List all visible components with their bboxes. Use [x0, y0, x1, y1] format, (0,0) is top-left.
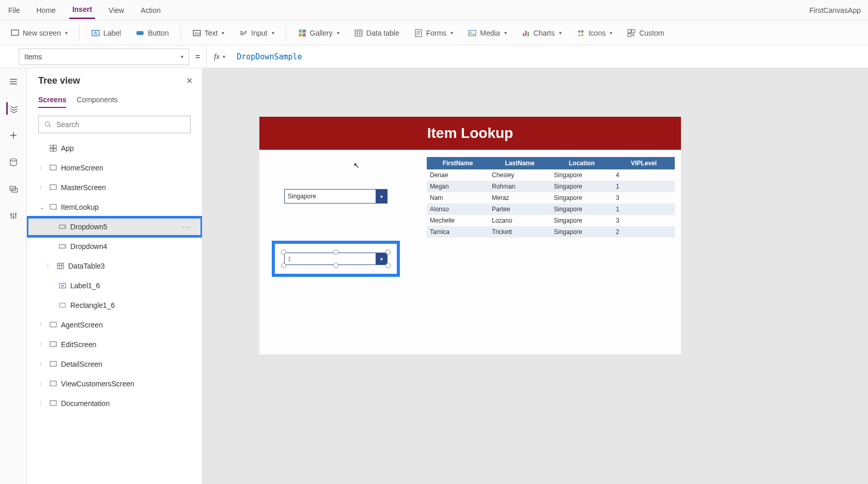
menu-insert[interactable]: Insert	[69, 1, 95, 19]
tree-viewcustomersscreen[interactable]: 〉 ViewCustomersScreen	[27, 374, 202, 394]
tree-rectangle1-6[interactable]: Rectangle1_6	[27, 295, 202, 315]
tree-dropdown4[interactable]: Dropdown4	[27, 237, 202, 256]
col-lastname[interactable]: LastName	[489, 157, 551, 169]
canvas-screen[interactable]: ↖ Item Lookup Singapore ▾ 1 ▾	[259, 117, 681, 354]
canvas-area[interactable]: ↖ Item Lookup Singapore ▾ 1 ▾	[203, 68, 868, 484]
resize-handle[interactable]	[333, 249, 338, 255]
table-row[interactable]: NamMerazSingapore3	[427, 192, 675, 204]
table-cell: Tamica	[427, 226, 489, 238]
resize-handle[interactable]	[385, 263, 391, 268]
tree-homescreen[interactable]: 〉 HomeScreen	[27, 158, 202, 178]
tree-masterscreen[interactable]: 〉 MasterScreen	[27, 178, 202, 197]
tree-agentscreen[interactable]: 〉 AgentScreen	[27, 315, 202, 335]
svg-rect-43	[50, 342, 56, 347]
expand-icon[interactable]: 〉	[38, 164, 45, 171]
more-icon[interactable]: ···	[182, 223, 192, 231]
table-cell: Singapore	[551, 169, 613, 181]
advanced-icon[interactable]	[7, 210, 20, 222]
tab-components[interactable]: Components	[76, 92, 117, 108]
close-icon[interactable]: ✕	[186, 76, 193, 86]
data-table-button[interactable]: Data table	[349, 25, 405, 41]
table-cell: Meraz	[489, 192, 551, 204]
expand-icon[interactable]: 〉	[38, 380, 45, 387]
expand-icon[interactable]: 〉	[38, 400, 45, 407]
tree-search[interactable]	[38, 116, 191, 133]
fx-button[interactable]: fx▾	[206, 45, 233, 68]
input-button[interactable]: Input▾	[234, 25, 279, 41]
expand-icon[interactable]: 〉	[38, 361, 45, 368]
chevron-down-icon: ▾	[337, 30, 339, 36]
dropdown5-chevron-icon[interactable]: ▾	[376, 253, 387, 264]
insert-icon[interactable]	[7, 129, 20, 142]
tab-screens[interactable]: Screens	[38, 92, 66, 108]
dropdown4-control[interactable]: Singapore ▾	[284, 189, 388, 204]
dropdown5-wrap: 1 ▾	[284, 253, 388, 265]
dropdown5-value: 1	[285, 256, 376, 262]
table-row[interactable]: MechelleLozanoSingapore3	[427, 215, 675, 226]
collapse-icon[interactable]: ⌄	[38, 205, 45, 210]
svg-point-19	[581, 34, 583, 36]
search-input[interactable]	[56, 120, 185, 129]
property-selector[interactable]: Items ▾	[19, 49, 189, 65]
separator	[79, 25, 80, 41]
expand-icon[interactable]: 〉	[38, 321, 45, 329]
new-screen-button[interactable]: New screen▾	[5, 25, 73, 41]
charts-button[interactable]: Charts▾	[516, 25, 567, 41]
tree-itemlookup[interactable]: ⌄ ItemLookup	[27, 197, 202, 217]
resize-handle[interactable]	[333, 263, 338, 268]
menu-action[interactable]: Action	[137, 2, 164, 19]
table-cell: Partee	[489, 204, 551, 215]
expand-icon[interactable]: 〉	[45, 262, 53, 270]
table-row[interactable]: MeganRohmanSingapore1	[427, 181, 675, 192]
tree-documentation[interactable]: 〉 Documentation	[27, 394, 202, 413]
table-row[interactable]: DenaeChesleySingapore4	[427, 169, 675, 181]
hamburger-icon[interactable]	[7, 75, 20, 88]
media-rail-icon[interactable]	[7, 183, 20, 195]
menu-file[interactable]: File	[5, 2, 23, 19]
table-row[interactable]: AlonsoParteeSingapore1	[427, 204, 675, 215]
tree-app[interactable]: App	[27, 138, 202, 158]
svg-point-17	[578, 30, 580, 33]
menu-home[interactable]: Home	[34, 2, 59, 19]
svg-rect-15	[525, 30, 526, 36]
formula-input[interactable]: DropDownSample	[233, 52, 302, 61]
label-button[interactable]: Label	[86, 25, 126, 41]
gallery-button[interactable]: Gallery▾	[292, 25, 345, 41]
icons-button[interactable]: Icons▾	[571, 25, 617, 41]
table-row[interactable]: TamicaTrickettSingapore2	[427, 226, 675, 238]
resize-handle[interactable]	[281, 263, 286, 268]
svg-rect-18	[581, 30, 583, 33]
tree-editscreen[interactable]: 〉 EditScreen	[27, 335, 202, 354]
expand-icon[interactable]: 〉	[38, 184, 45, 191]
tree-panel: Tree view ✕ Screens Components App 〉 Hom…	[27, 68, 203, 484]
tree-label1-6[interactable]: Label1_6	[27, 276, 202, 295]
resize-handle[interactable]	[385, 249, 391, 255]
tree-header: Tree view ✕	[27, 68, 202, 88]
dropdown4-chevron-icon[interactable]: ▾	[376, 190, 387, 203]
col-firstname[interactable]: FirstName	[427, 157, 489, 169]
chevron-down-icon: ▾	[272, 30, 274, 36]
table-cell: Singapore	[551, 215, 613, 226]
col-location[interactable]: Location	[551, 157, 613, 169]
expand-icon[interactable]: 〉	[38, 341, 45, 348]
menu-view[interactable]: View	[105, 2, 127, 19]
text-button[interactable]: Abc Text▾	[187, 25, 230, 41]
resize-handle[interactable]	[281, 249, 286, 255]
data-icon[interactable]	[7, 156, 20, 168]
svg-rect-6	[299, 29, 302, 33]
tree-datatable3[interactable]: 〉 DataTable3	[27, 256, 202, 276]
tree-detailscreen[interactable]: 〉 DetailScreen	[27, 354, 202, 374]
col-viplevel[interactable]: VIPLevel	[613, 157, 675, 169]
svg-text:Abc: Abc	[194, 32, 200, 35]
svg-point-5	[245, 30, 246, 32]
data-table[interactable]: FirstName LastName Location VIPLevel Den…	[427, 157, 675, 238]
custom-button[interactable]: Custom	[622, 25, 669, 41]
media-button[interactable]: Media▾	[462, 25, 512, 41]
screen-icon	[49, 360, 58, 369]
screen-icon	[49, 340, 58, 349]
forms-button[interactable]: Forms▾	[409, 25, 459, 41]
tree-dropdown5[interactable]: Dropdown5 ···	[27, 217, 202, 237]
tree-view-icon[interactable]	[6, 102, 19, 115]
selection-box: 1 ▾	[272, 241, 400, 277]
button-button[interactable]: Button	[130, 25, 174, 41]
